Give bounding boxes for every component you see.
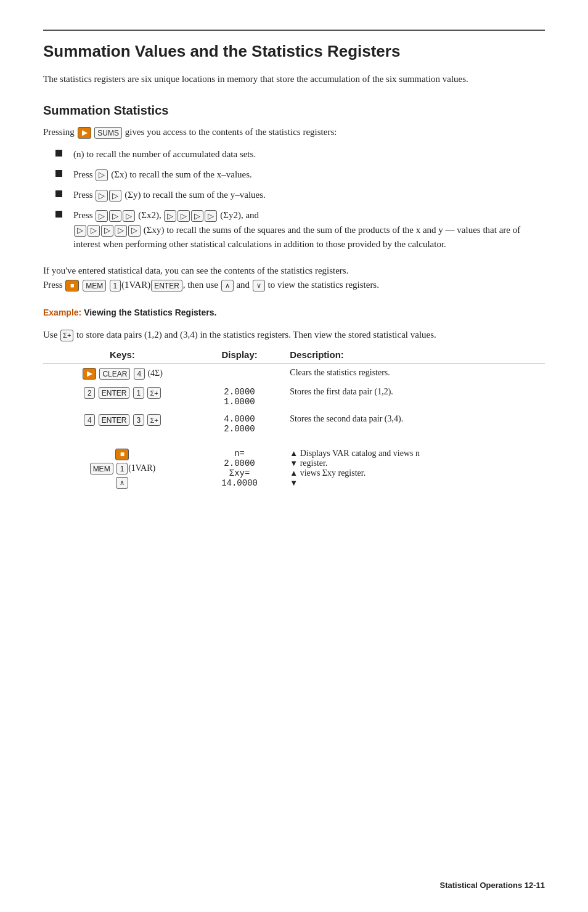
bullet-icon — [55, 211, 62, 218]
pressing-paragraph: Pressing ▶ SUMS gives you access to the … — [43, 125, 545, 139]
chevron-key: ▷ — [191, 210, 203, 222]
chevron-key: ▷ — [128, 225, 141, 237]
chevron-key: ▷ — [164, 210, 176, 222]
bullet-text-4: Press ▷▷▷ (Σx2), ▷▷▷▷ (Σy2), and ▷▷▷▷▷ (… — [73, 208, 545, 251]
chevron-key: ▷ — [96, 169, 108, 181]
data-table: Keys: Display: Description: ▶ CLEAR 4 (4… — [43, 349, 545, 492]
one-key: 1 — [110, 280, 121, 291]
row1-keys: ▶ CLEAR 4 (4Σ) — [43, 364, 202, 384]
bullet-list: (n) to recall the number of accumulated … — [55, 147, 545, 252]
down-arrow: ▼ — [290, 458, 298, 468]
table-row: ▶ CLEAR 4 (4Σ) Clears the statistics reg… — [43, 364, 545, 384]
bullet-icon — [55, 190, 62, 197]
two-key: 2 — [84, 387, 95, 399]
bullet-icon — [55, 170, 62, 177]
sigma-plus-key-3: Σ+ — [147, 414, 160, 426]
shift-icon-box: ■ — [115, 449, 129, 460]
desc-line-3: ▲ views Σxy register. — [290, 468, 542, 478]
up-arrow-2: ▲ — [290, 468, 298, 478]
chevron-key: ▷ — [115, 225, 127, 237]
row3-display: 4.00002.0000 — [202, 410, 277, 438]
enter-key: ENTER — [151, 280, 182, 291]
sigma-plus-key-2: Σ+ — [147, 387, 160, 399]
section1-heading: Summation Statistics — [43, 104, 545, 118]
four-key-2: 4 — [84, 414, 95, 426]
list-item: Press ▷▷ (Σy) to recall the sum of the y… — [55, 188, 545, 202]
row3-keys: 4 ENTER 3 Σ+ — [43, 410, 202, 438]
bullet-icon — [55, 150, 62, 157]
enter-key-2: ENTER — [99, 387, 130, 399]
shift-key: ▶ — [78, 127, 91, 139]
sums-key: SUMS — [94, 127, 122, 139]
list-item: Press ▷▷▷ (Σx2), ▷▷▷▷ (Σy2), and ▷▷▷▷▷ (… — [55, 208, 545, 251]
col-header-display: Display: — [202, 349, 277, 364]
para2: If you've entered statistical data, you … — [43, 264, 545, 293]
chevron-key: ▷ — [88, 225, 100, 237]
clear-key: CLEAR — [99, 368, 130, 380]
row3-desc: Stores the second data pair (3,4). — [277, 410, 545, 438]
row2-desc: Stores the first data pair (1,2). — [277, 383, 545, 410]
bullet-text-3: Press ▷▷ (Σy) to recall the sum of the y… — [73, 188, 545, 202]
bullet-text-2: Press ▷ (Σx) to recall the sum of the x–… — [73, 168, 545, 182]
chevron-key: ▷ — [74, 225, 86, 237]
sigma-plus-key: Σ+ — [60, 330, 73, 341]
up-arrow: ▲ — [290, 449, 298, 458]
chevron-key: ▷ — [205, 210, 217, 222]
row4-spacer-desc — [277, 438, 545, 445]
table-row: ■ MEM 1(1VAR) ∧ n= 2.0000 Σxy= 14.0000 ▲… — [43, 445, 545, 492]
desc-line-4: ▼ — [290, 478, 542, 488]
row5-keys: ■ MEM 1(1VAR) ∧ — [43, 445, 202, 492]
row1-desc: Clears the statistics registers. — [277, 364, 545, 384]
chevron-key: ▷ — [101, 225, 113, 237]
row2-display: 2.00001.0000 — [202, 383, 277, 410]
mem-key-2: MEM — [90, 463, 113, 474]
four-key: 4 — [134, 368, 145, 380]
desc-line-2: ▼ register. — [290, 458, 542, 468]
use-paragraph: Use Σ+ to store data pairs (1,2) and (3,… — [43, 328, 545, 342]
chevron-key: ▷ — [109, 210, 121, 222]
chevron-key: ▷ — [96, 190, 108, 202]
row1-display — [202, 364, 277, 384]
row2-keys: 2 ENTER 1 Σ+ — [43, 383, 202, 410]
down-arrow-2: ▼ — [290, 478, 298, 487]
chevron-key: ▷ — [123, 210, 135, 222]
pressing-text-pre: Pressing — [43, 127, 77, 137]
page-top-rule — [43, 30, 545, 31]
table-row — [43, 438, 545, 445]
col-header-desc: Description: — [277, 349, 545, 364]
up-nav-key: ∧ — [221, 280, 234, 291]
col-header-keys: Keys: — [43, 349, 202, 364]
chevron-key: ▷ — [96, 210, 108, 222]
list-item: Press ▷ (Σx) to recall the sum of the x–… — [55, 168, 545, 182]
one-key-3: 1 — [116, 463, 128, 474]
shift-key-r1: ▶ — [83, 368, 96, 380]
page-title: Summation Values and the Statistics Regi… — [43, 42, 545, 61]
row4-spacer — [43, 438, 202, 445]
row4-spacer-d — [202, 438, 277, 445]
row5-desc: ▲ Displays VAR catalog and views n ▼ reg… — [277, 445, 545, 492]
enter-key-3: ENTER — [99, 414, 130, 426]
up-key: ∧ — [116, 477, 128, 489]
example-heading: Example: Viewing the Statistics Register… — [43, 306, 545, 320]
chevron-key: ▷ — [109, 190, 121, 202]
page-footer: Statistical Operations 12-11 — [439, 881, 545, 890]
desc-line-1: ▲ Displays VAR catalog and views n — [290, 449, 542, 458]
row5-display: n= 2.0000 Σxy= 14.0000 — [202, 445, 277, 492]
list-item: (n) to recall the number of accumulated … — [55, 147, 545, 161]
three-key: 3 — [133, 414, 144, 426]
chevron-key: ▷ — [178, 210, 190, 222]
pressing-text-post: gives you access to the contents of the … — [125, 127, 337, 137]
down-nav-key: ∨ — [253, 280, 265, 291]
table-row: 4 ENTER 3 Σ+ 4.00002.0000 Stores the sec… — [43, 410, 545, 438]
table-row: 2 ENTER 1 Σ+ 2.00001.0000 Stores the fir… — [43, 383, 545, 410]
mem-key: MEM — [83, 280, 106, 291]
bullet-text-1: (n) to recall the number of accumulated … — [73, 147, 545, 161]
shift-key-2: ■ — [65, 280, 79, 291]
one-key-2: 1 — [133, 387, 144, 399]
example-label: Example: — [43, 307, 81, 317]
intro-paragraph: The statistics registers are six unique … — [43, 72, 545, 86]
